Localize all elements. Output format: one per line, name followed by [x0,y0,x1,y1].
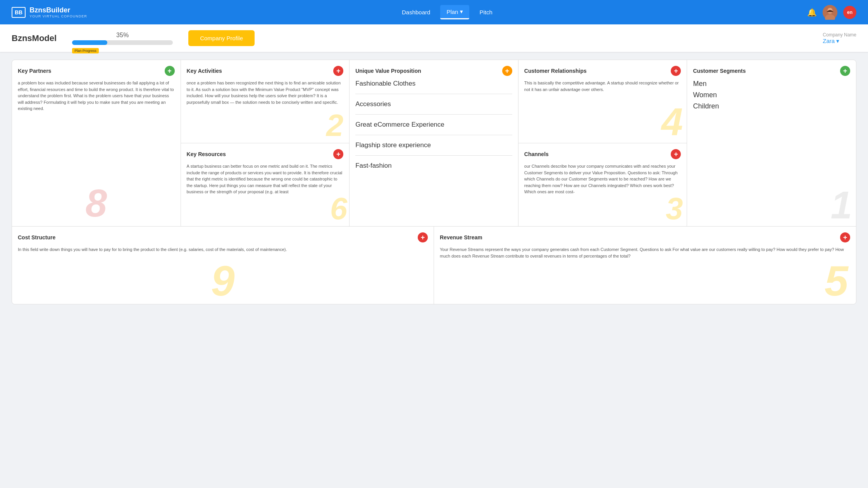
language-button[interactable]: en [843,6,856,19]
key-resources-add-button[interactable]: + [333,149,343,159]
cs-add-button[interactable]: + [840,66,850,76]
cost-structure-cell: Cost Structure + In this field write dow… [12,227,434,304]
customer-relationships-cell: Customer Relationships + This is basical… [518,60,687,143]
segment-list: Men Women Children [693,80,850,110]
header-right: 🔔 en [807,5,856,20]
key-activities-text: once a problem has been recognized the n… [187,80,344,105]
nav-plan[interactable]: Plan ▾ [440,5,469,19]
revenue-stream-cell: Revenue Stream + Your Revenue Streams re… [434,227,856,304]
key-resources-title: Key Resources [187,151,226,157]
top-bar: BznsModel 35% Plan Progress Company Prof… [0,24,868,52]
logo-sub: YOUR VIRTUAL COFOUNDER [29,14,87,18]
nav-plan-label: Plan [446,9,458,15]
key-partners-header: Key Partners + [18,66,175,76]
chevron-down-icon: ▾ [836,38,839,45]
cr-text: This is basically the competitive advant… [524,80,681,93]
company-name-value[interactable]: Zara ▾ [823,38,856,45]
cost-text: In this field write down things you will… [18,246,428,253]
logo: BB BznsBuilder YOUR VIRTUAL COFOUNDER [12,6,87,18]
uvp-header: Unique Value Proposition + [355,66,512,76]
revenue-watermark: 5 [825,259,848,302]
segment-women: Women [693,91,850,99]
key-activities-watermark: 2 [326,110,344,141]
cost-header: Cost Structure + [18,232,428,242]
company-profile-button[interactable]: Company Profile [188,30,255,46]
revenue-text: Your Revenue Streams represent the ways … [440,246,850,259]
progress-bar-container: Plan Progress [72,40,173,45]
key-activities-add-button[interactable]: + [333,66,343,76]
channels-title: Channels [524,151,549,157]
company-name-label: Company Name [823,32,856,38]
uvp-item-3: Great eCommerce Experience [355,121,512,129]
cr-title: Customer Relationships [524,68,587,74]
key-activities-title: Key Activities [187,68,222,74]
channels-cell: Channels + our Channels describe how you… [518,143,687,226]
cs-header: Customer Segments + [693,66,850,76]
key-activities-cell: Key Activities + once a problem has been… [181,60,350,143]
progress-percent: 35% [116,32,129,39]
key-partners-text: a problem box was included because sever… [18,80,175,112]
avatar[interactable] [823,5,837,20]
progress-section: 35% Plan Progress [68,32,177,45]
uvp-items-list: Fashionable Clothes Accessories Great eC… [355,80,512,170]
cs-watermark: 1 [830,186,852,224]
logo-initials: BB [12,7,26,18]
key-resources-header: Key Resources + [187,149,344,159]
key-resources-cell: Key Resources + A startup business can b… [181,143,350,226]
cost-title: Cost Structure [18,234,55,241]
key-resources-text: A startup business can better focus on o… [187,163,344,195]
customer-segments-cell: Customer Segments + Men Women Children 1 [687,60,856,226]
cr-channels-column: Customer Relationships + This is basical… [518,60,687,226]
logo-text: BznsBuilder YOUR VIRTUAL COFOUNDER [29,6,87,18]
uvp-item-1: Fashionable Clothes [355,80,512,88]
channels-text: our Channels describe how your company c… [524,163,681,195]
cost-watermark: 9 [211,259,234,302]
key-partners-title: Key Partners [18,68,51,74]
uvp-item-5: Fast-fashion [355,162,512,170]
cr-watermark: 4 [661,102,683,141]
progress-label: Plan Progress [72,48,99,53]
progress-bar-fill: Plan Progress [72,40,107,45]
channels-add-button[interactable]: + [671,149,681,159]
revenue-header: Revenue Stream + [440,232,850,242]
canvas-bottom-row: Cost Structure + In this field write dow… [12,227,856,304]
segment-children: Children [693,102,850,110]
uvp-title: Unique Value Proposition [355,68,421,74]
uvp-item-4: Flagship store experience [355,141,512,149]
canvas-container: Key Partners + a problem box was include… [0,52,868,312]
key-resources-watermark: 6 [330,193,348,224]
key-partners-cell: Key Partners + a problem box was include… [12,60,181,226]
key-activities-header: Key Activities + [187,66,344,76]
nav-dashboard[interactable]: Dashboard [396,6,436,19]
uvp-add-button[interactable]: + [502,66,512,76]
cost-add-button[interactable]: + [418,232,428,242]
uvp-item-2: Accessories [355,100,512,108]
main-nav: Dashboard Plan ▾ Pitch [396,5,499,19]
cr-add-button[interactable]: + [671,66,681,76]
key-partners-add-button[interactable]: + [165,66,175,76]
revenue-add-button[interactable]: + [840,232,850,242]
activities-resources-column: Key Activities + once a problem has been… [181,60,350,226]
segment-men: Men [693,80,850,88]
logo-rest: Builder [46,6,70,14]
canvas-main-row: Key Partners + a problem box was include… [12,60,856,227]
channels-watermark: 3 [666,193,683,224]
company-name-section: Company Name Zara ▾ [823,32,856,45]
business-model-canvas: Key Partners + a problem box was include… [12,60,856,304]
company-name-text: Zara [823,38,835,44]
notification-icon[interactable]: 🔔 [807,8,817,17]
cs-title: Customer Segments [693,68,746,74]
cr-header: Customer Relationships + [524,66,681,76]
revenue-title: Revenue Stream [440,234,482,241]
uvp-cell: Unique Value Proposition + Fashionable C… [350,60,518,226]
app-title: BznsModel [12,33,57,43]
nav-pitch[interactable]: Pitch [473,6,498,19]
logo-bold: Bzns [29,6,46,14]
channels-header: Channels + [524,149,681,159]
key-partners-watermark: 8 [85,184,107,222]
main-header: BB BznsBuilder YOUR VIRTUAL COFOUNDER Da… [0,0,868,24]
chevron-down-icon: ▾ [460,8,463,15]
